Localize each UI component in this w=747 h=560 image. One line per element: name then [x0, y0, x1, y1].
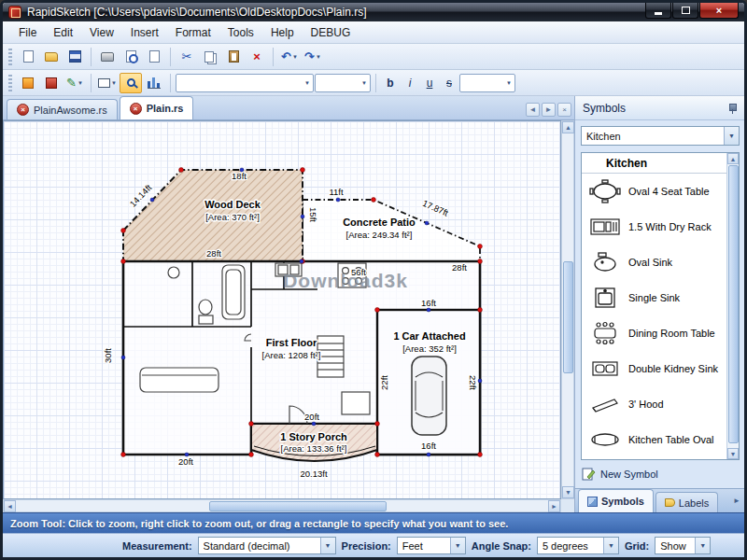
menu-insert[interactable]: Insert: [122, 23, 167, 42]
undo-dropdown-icon: ▼: [292, 54, 298, 60]
tab-scroll-left-button[interactable]: ◄: [526, 103, 540, 117]
horizontal-scrollbar[interactable]: ◄ ►: [3, 499, 561, 512]
close-button[interactable]: ×: [699, 3, 739, 19]
style-combo[interactable]: ▼: [459, 74, 515, 92]
menu-help[interactable]: Help: [262, 23, 303, 42]
symbol-category-combo[interactable]: Kitchen ▼: [581, 126, 740, 146]
drawing-canvas[interactable]: Download3k Wood Deck [Area: 370 ft²] Con…: [3, 120, 561, 499]
new-symbol-icon: [581, 467, 596, 482]
tab-plainawsome[interactable]: × PlainAwsome.rs: [7, 99, 118, 119]
angle-snap-combo[interactable]: 5 degrees ▼: [537, 537, 619, 554]
page-setup-button[interactable]: [143, 47, 165, 67]
scrollbar-corner: [561, 499, 574, 512]
menu-tools[interactable]: Tools: [219, 23, 262, 42]
list-scroll-up-button[interactable]: ▲: [727, 153, 739, 164]
underline-button[interactable]: u: [420, 74, 439, 92]
tab-close-icon[interactable]: ×: [17, 104, 29, 116]
pin-icon[interactable]: [727, 103, 737, 114]
title-bar[interactable]: RapidSketch [C:\Users\pdavis\Documents\O…: [3, 3, 744, 21]
undo-icon: ↶: [281, 50, 291, 63]
symbol-list-scrollbar[interactable]: ▲ ▼: [726, 153, 739, 459]
scroll-down-button[interactable]: ▼: [562, 486, 574, 498]
symbol-item-3ft-hood[interactable]: 3' Hood: [582, 386, 739, 422]
dimension-label: 16ft: [421, 441, 436, 451]
redo-button[interactable]: ↷ ▼: [302, 47, 324, 67]
scroll-left-button[interactable]: ◄: [4, 500, 16, 512]
grid-combo[interactable]: Show ▼: [655, 537, 711, 554]
draw-tool-button[interactable]: ✎ ▼: [63, 73, 86, 93]
settings-bar: Measurement: Standard (decimal) ▼ Precis…: [3, 533, 744, 557]
status-bar: Zoom Tool: Click to zoom, right click to…: [3, 512, 744, 533]
copy-icon: [204, 51, 214, 63]
chart-tool-button[interactable]: [143, 73, 165, 93]
delete-button[interactable]: ×: [246, 47, 268, 67]
symbol-item-dining-room-table[interactable]: Dining Room Table: [582, 315, 739, 351]
horizontal-scroll-thumb[interactable]: [209, 501, 387, 511]
measurement-combo[interactable]: Standard (decimal) ▼: [198, 537, 336, 554]
open-button[interactable]: [40, 47, 63, 67]
minimize-button[interactable]: [645, 3, 671, 19]
list-scroll-thumb[interactable]: [728, 165, 739, 443]
zoom-tool-button[interactable]: [120, 73, 142, 93]
toolbar-separator: [273, 48, 274, 66]
italic-button[interactable]: i: [401, 74, 419, 92]
car-symbol[interactable]: [412, 357, 446, 435]
grid-dropdown-icon: ▼: [695, 538, 710, 553]
new-button[interactable]: [17, 47, 39, 67]
tab-labels[interactable]: Labels: [655, 492, 718, 512]
symbols-panel-title: Symbols: [583, 102, 626, 115]
cut-button[interactable]: ✂: [176, 47, 198, 67]
tab-close-icon[interactable]: ×: [130, 103, 142, 115]
menu-format[interactable]: Format: [167, 23, 219, 42]
strike-button[interactable]: s: [440, 74, 458, 92]
vertical-scroll-thumb[interactable]: [563, 261, 573, 373]
toolbar-grip[interactable]: [8, 49, 12, 65]
new-symbol-label: New Symbol: [600, 469, 658, 480]
undo-button[interactable]: ↶ ▼: [278, 47, 301, 67]
dimension-label: 56ft: [351, 267, 366, 277]
tab-scroll-right-button[interactable]: ►: [542, 103, 556, 117]
panel-overflow-icon[interactable]: ►: [733, 497, 740, 505]
tab-plain[interactable]: × Plain.rs: [120, 96, 194, 119]
vertical-scrollbar[interactable]: ▲ ▼: [561, 120, 574, 499]
symbol-item-kitchen-table-oval[interactable]: Kitchen Table Oval: [582, 422, 739, 457]
menu-edit[interactable]: Edit: [45, 23, 81, 42]
menu-debug[interactable]: DEBUG: [303, 23, 359, 42]
paste-button[interactable]: [222, 47, 245, 67]
room-label: Wood Deck: [204, 199, 261, 210]
precision-combo[interactable]: Feet ▼: [397, 537, 466, 554]
symbol-item-oval-4-seat-table[interactable]: Oval 4 Seat Table: [582, 174, 739, 209]
maximize-button[interactable]: [672, 3, 698, 19]
scroll-up-button[interactable]: ▲: [562, 121, 574, 133]
list-scroll-down-button[interactable]: ▼: [727, 448, 739, 459]
menu-view[interactable]: View: [81, 23, 122, 42]
pointer-tool-button[interactable]: [17, 73, 39, 93]
tab-navigation: ◄ ► ×: [526, 103, 574, 119]
precision-value: Feet: [402, 540, 423, 552]
print-preview-button[interactable]: [120, 47, 142, 67]
copy-button[interactable]: [199, 47, 221, 67]
tab-symbols[interactable]: Symbols: [578, 489, 654, 512]
dimension-label: 28ft: [206, 248, 221, 259]
new-symbol-button[interactable]: New Symbol: [581, 464, 658, 484]
rectangle-tool-button[interactable]: ▼: [96, 73, 119, 93]
print-button[interactable]: [96, 47, 119, 67]
symbol-item-1-5-with-dry-rack[interactable]: 1.5 With Dry Rack: [582, 209, 739, 245]
solid-tool-button[interactable]: [40, 73, 63, 93]
tab-list-close-button[interactable]: ×: [557, 103, 571, 117]
tab-label: PlainAwsome.rs: [34, 105, 107, 116]
symbol-item-double-kidney-sink[interactable]: Double Kidney Sink: [582, 351, 739, 386]
dimension-label: 30ft: [103, 348, 113, 363]
menu-bar: File Edit View Insert Format Tools Help …: [3, 21, 744, 44]
scroll-right-button[interactable]: ►: [548, 500, 560, 512]
font-family-combo[interactable]: ▼: [176, 74, 314, 92]
bold-button[interactable]: b: [381, 74, 400, 92]
toolbar-grip[interactable]: [8, 75, 12, 91]
room-area: [Area: 133.36 ft²]: [281, 443, 347, 454]
menu-file[interactable]: File: [10, 23, 45, 42]
room-area: [Area: 370 ft²]: [205, 212, 260, 222]
font-size-combo[interactable]: ▼: [315, 74, 371, 92]
symbol-item-oval-sink[interactable]: Oval Sink: [582, 245, 739, 280]
save-button[interactable]: [63, 47, 86, 67]
symbol-item-single-sink[interactable]: Single Sink: [582, 280, 739, 315]
